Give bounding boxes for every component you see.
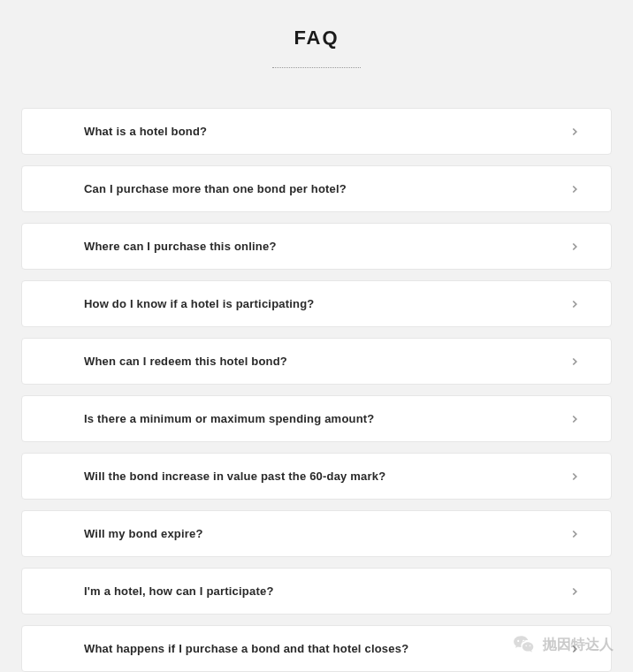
faq-item[interactable]: What happens if I purchase a bond and th…: [21, 625, 612, 672]
chevron-right-icon: [568, 183, 581, 195]
page-title: FAQ: [21, 27, 612, 50]
chevron-right-icon: [568, 413, 581, 425]
chevron-right-icon: [568, 585, 581, 598]
chevron-right-icon: [568, 355, 581, 368]
chevron-right-icon: [568, 126, 581, 138]
title-divider: [272, 67, 361, 68]
faq-question-label: What happens if I purchase a bond and th…: [84, 642, 408, 655]
faq-item[interactable]: What is a hotel bond?: [21, 108, 612, 155]
faq-container: FAQ What is a hotel bond? Can I purchase…: [0, 0, 633, 672]
faq-question-label: Can I purchase more than one bond per ho…: [84, 182, 347, 195]
chevron-right-icon: [568, 528, 581, 540]
faq-item[interactable]: Will the bond increase in value past the…: [21, 453, 612, 500]
chevron-right-icon: [568, 643, 581, 655]
faq-item[interactable]: I'm a hotel, how can I participate?: [21, 568, 612, 615]
faq-question-label: Where can I purchase this online?: [84, 240, 277, 253]
faq-question-label: Is there a minimum or maximum spending a…: [84, 412, 374, 425]
chevron-right-icon: [568, 298, 581, 310]
faq-question-label: Will the bond increase in value past the…: [84, 470, 385, 483]
chevron-right-icon: [568, 470, 581, 483]
faq-item[interactable]: How do I know if a hotel is participatin…: [21, 280, 612, 327]
faq-item[interactable]: When can I redeem this hotel bond?: [21, 338, 612, 385]
faq-list: What is a hotel bond? Can I purchase mor…: [21, 108, 612, 672]
faq-question-label: How do I know if a hotel is participatin…: [84, 297, 314, 310]
faq-item[interactable]: Can I purchase more than one bond per ho…: [21, 165, 612, 212]
chevron-right-icon: [568, 241, 581, 253]
faq-item[interactable]: Where can I purchase this online?: [21, 223, 612, 270]
faq-question-label: What is a hotel bond?: [84, 125, 207, 138]
faq-question-label: Will my bond expire?: [84, 527, 203, 540]
faq-item[interactable]: Will my bond expire?: [21, 510, 612, 557]
faq-question-label: I'm a hotel, how can I participate?: [84, 584, 274, 598]
faq-question-label: When can I redeem this hotel bond?: [84, 355, 287, 368]
faq-item[interactable]: Is there a minimum or maximum spending a…: [21, 395, 612, 442]
